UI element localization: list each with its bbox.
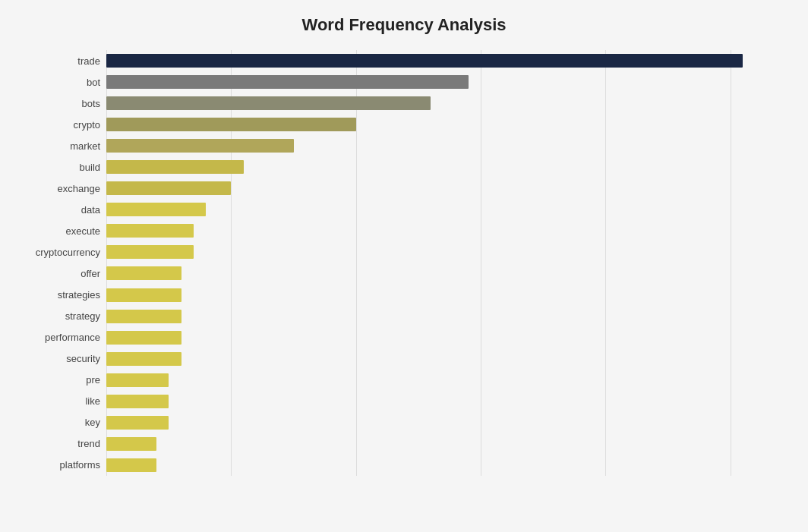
bar-row: [106, 222, 793, 239]
bar: [106, 75, 469, 89]
bar-row: [106, 329, 793, 346]
bar-row: [106, 287, 793, 304]
bar: [106, 458, 156, 472]
y-label: build: [15, 162, 100, 172]
y-label: strategy: [15, 311, 100, 321]
bar: [106, 437, 156, 451]
bar: [106, 139, 294, 153]
bar: [106, 373, 169, 387]
bar: [106, 416, 169, 430]
bar-row: [106, 308, 793, 325]
y-label: key: [15, 417, 100, 427]
chart-area: tradebotbotscryptomarketbuildexchangedat…: [15, 50, 793, 476]
bar-row: [106, 457, 793, 474]
y-labels: tradebotbotscryptomarketbuildexchangedat…: [15, 50, 106, 476]
y-label: execute: [15, 226, 100, 236]
bar-row: [106, 393, 793, 410]
y-label: crypto: [15, 120, 100, 130]
bar-row: [106, 372, 793, 389]
bar: [106, 266, 181, 280]
bar-row: [106, 201, 793, 218]
bar-row: [106, 265, 793, 282]
y-label: security: [15, 354, 100, 364]
bar-row: [106, 52, 793, 69]
bar-row: [106, 95, 793, 112]
bar: [106, 288, 181, 302]
bar: [106, 224, 194, 238]
y-label: data: [15, 205, 100, 215]
y-label: bots: [15, 99, 100, 109]
bar: [106, 331, 181, 345]
y-label: market: [15, 141, 100, 151]
bars-and-grid: [106, 50, 793, 476]
y-label: cryptocurrency: [15, 247, 100, 257]
bar: [106, 352, 181, 366]
y-label: bot: [15, 77, 100, 87]
chart-container: Word Frequency Analysis tradebotbotscryp…: [0, 0, 808, 532]
y-label: trade: [15, 56, 100, 66]
bar: [106, 203, 206, 216]
y-label: trend: [15, 439, 100, 449]
bar-row: [106, 436, 793, 452]
bar: [106, 395, 169, 408]
bar-row: [106, 351, 793, 367]
y-label: strategies: [15, 290, 100, 300]
y-label: exchange: [15, 184, 100, 194]
bar: [106, 181, 231, 195]
y-label: offer: [15, 269, 100, 279]
bar-row: [106, 414, 793, 431]
bar-row: [106, 180, 793, 197]
bar-row: [106, 137, 793, 154]
y-label: platforms: [15, 460, 100, 470]
bar: [106, 118, 356, 131]
bar: [106, 160, 244, 174]
chart-title: Word Frequency Analysis: [15, 15, 793, 35]
bar-row: [106, 244, 793, 260]
y-label: like: [15, 396, 100, 406]
bar-row: [106, 159, 793, 175]
bar: [106, 96, 431, 110]
bar-row: [106, 116, 793, 133]
y-label: performance: [15, 332, 100, 342]
bar-row: [106, 74, 793, 90]
y-label: pre: [15, 375, 100, 385]
bar-rows: [106, 50, 793, 476]
bar: [106, 245, 194, 259]
bar: [106, 54, 743, 68]
bar: [106, 310, 181, 323]
